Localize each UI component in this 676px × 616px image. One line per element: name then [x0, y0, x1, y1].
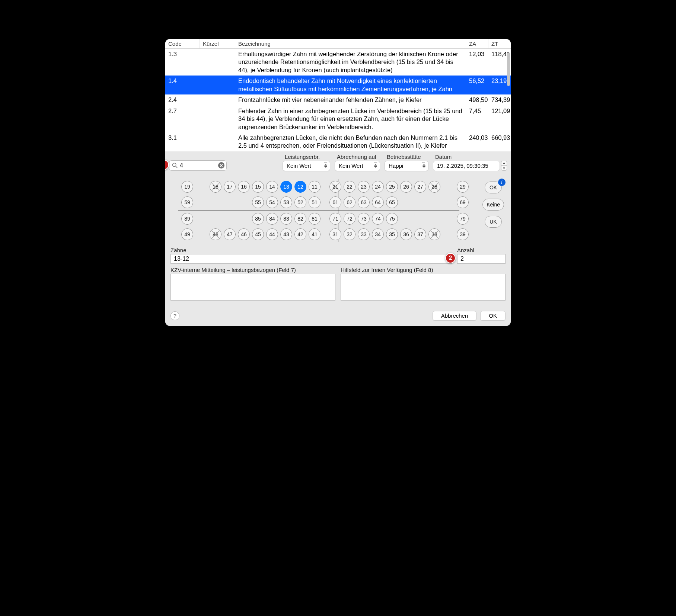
datum-step-down[interactable]: ▼ [501, 166, 507, 171]
table-row[interactable]: 3.1Alle zahnbegrenzten Lücken, die nicht… [165, 132, 511, 151]
betriebsstaette-select[interactable]: Happi [385, 161, 428, 171]
tooth-71[interactable]: 71 [329, 213, 341, 225]
tooth-84[interactable]: 84 [266, 213, 278, 225]
tooth-35[interactable]: 35 [386, 228, 398, 240]
datum-step-up[interactable]: ▲ [501, 161, 507, 166]
tooth-34[interactable]: 34 [372, 228, 384, 240]
leistungserbr-label: Leistungserbr. [283, 154, 330, 160]
table-row[interactable]: 1.3Erhaltungswürdiger Zahn mit weitgehen… [165, 49, 511, 76]
tooth-38[interactable]: 38 [428, 228, 440, 240]
zaehne-input[interactable] [170, 254, 452, 264]
tooth-36[interactable]: 36 [400, 228, 412, 240]
tooth-21[interactable]: 21 [329, 181, 341, 193]
tooth-13[interactable]: 13 [280, 181, 292, 193]
tooth-48[interactable]: 48 [210, 228, 221, 240]
abrechnung-label: Abrechnung auf [335, 154, 380, 160]
col-header-bezeichnung[interactable]: Bezeichnung [235, 39, 466, 48]
tooth-45[interactable]: 45 [252, 228, 264, 240]
tooth-28[interactable]: 28 [428, 181, 440, 193]
leistungserbr-select[interactable]: Kein Wert [283, 161, 330, 171]
tooth-46[interactable]: 46 [238, 228, 250, 240]
tooth-12[interactable]: 12 [294, 181, 306, 193]
cancel-button[interactable]: Abbrechen [433, 311, 477, 321]
tooth-89[interactable]: 89 [181, 213, 193, 225]
tooth-61[interactable]: 61 [329, 196, 341, 208]
table-row[interactable]: 1.4Endodontisch behandelter Zahn mit Not… [165, 76, 511, 94]
tooth-25[interactable]: 25 [386, 181, 398, 193]
info-icon[interactable]: i [498, 179, 506, 186]
quadrant-1: 191817161514131211 595554535251 [172, 179, 325, 211]
tooth-37[interactable]: 37 [414, 228, 426, 240]
svg-point-0 [172, 163, 176, 166]
tooth-47[interactable]: 47 [224, 228, 236, 240]
tooth-33[interactable]: 33 [358, 228, 370, 240]
tooth-23[interactable]: 23 [358, 181, 370, 193]
dialog-window: Code Kürzel Bezeichnung ZA ZT 1.3Erhaltu… [165, 39, 511, 326]
tooth-54[interactable]: 54 [266, 196, 278, 208]
tooth-31[interactable]: 31 [329, 228, 341, 240]
table-row[interactable]: 2.7Fehlender Zahn in einer zahnbegrenzte… [165, 106, 511, 132]
tooth-73[interactable]: 73 [358, 213, 370, 225]
tooth-49[interactable]: 49 [181, 228, 193, 240]
tooth-52[interactable]: 52 [294, 196, 306, 208]
tooth-11[interactable]: 11 [309, 181, 321, 193]
tooth-19[interactable]: 19 [181, 181, 193, 193]
annotation-2: 2 [445, 253, 456, 263]
tooth-26[interactable]: 26 [400, 181, 412, 193]
search-wrap [169, 160, 227, 171]
tooth-39[interactable]: 39 [457, 228, 469, 240]
tooth-44[interactable]: 44 [266, 228, 278, 240]
abrechnung-select[interactable]: Kein Wert [335, 161, 380, 171]
tooth-32[interactable]: 32 [344, 228, 355, 240]
ok-button[interactable]: OK [480, 311, 506, 321]
tooth-81[interactable]: 81 [309, 213, 321, 225]
tooth-53[interactable]: 53 [280, 196, 292, 208]
tooth-29[interactable]: 29 [457, 181, 469, 193]
tooth-65[interactable]: 65 [386, 196, 398, 208]
tooth-64[interactable]: 64 [372, 196, 384, 208]
col-header-za[interactable]: ZA [466, 39, 488, 48]
help-button[interactable]: ? [170, 311, 179, 320]
tooth-55[interactable]: 55 [252, 196, 264, 208]
datum-stepper: ▲ ▼ [501, 161, 507, 171]
tooth-83[interactable]: 83 [280, 213, 292, 225]
feld7-textarea[interactable] [170, 274, 335, 301]
tooth-72[interactable]: 72 [344, 213, 355, 225]
tooth-74[interactable]: 74 [372, 213, 384, 225]
tooth-75[interactable]: 75 [386, 213, 398, 225]
table-body[interactable]: 1.3Erhaltungswürdiger Zahn mit weitgehen… [165, 49, 511, 151]
col-header-zt[interactable]: ZT [488, 39, 511, 48]
tooth-27[interactable]: 27 [414, 181, 426, 193]
tooth-14[interactable]: 14 [266, 181, 278, 193]
table-header: Code Kürzel Bezeichnung ZA ZT [165, 39, 511, 49]
clear-icon[interactable] [218, 162, 224, 169]
tooth-63[interactable]: 63 [358, 196, 370, 208]
col-header-kuerzel[interactable]: Kürzel [200, 39, 235, 48]
tooth-15[interactable]: 15 [252, 181, 264, 193]
tooth-69[interactable]: 69 [457, 196, 469, 208]
table-row[interactable]: 2.4Frontzahnlücke mit vier nebeneinander… [165, 94, 511, 105]
tooth-16[interactable]: 16 [238, 181, 250, 193]
tooth-42[interactable]: 42 [294, 228, 306, 240]
zaehne-label: Zähne [170, 247, 452, 253]
tooth-82[interactable]: 82 [294, 213, 306, 225]
uk-jaw-button[interactable]: UK [485, 216, 502, 228]
feld8-textarea[interactable] [341, 274, 506, 301]
datum-input[interactable]: 19. 2.2025, 09:30:35 [433, 161, 500, 171]
tooth-51[interactable]: 51 [309, 196, 321, 208]
tooth-17[interactable]: 17 [224, 181, 236, 193]
tooth-79[interactable]: 79 [457, 213, 469, 225]
scrollbar[interactable] [507, 52, 510, 86]
tooth-41[interactable]: 41 [309, 228, 321, 240]
anzahl-input[interactable] [457, 254, 506, 264]
tooth-59[interactable]: 59 [181, 196, 193, 208]
tooth-24[interactable]: 24 [372, 181, 384, 193]
tooth-62[interactable]: 62 [344, 196, 355, 208]
tooth-85[interactable]: 85 [252, 213, 264, 225]
keine-button[interactable]: Keine [482, 199, 504, 211]
tooth-22[interactable]: 22 [344, 181, 355, 193]
tooth-43[interactable]: 43 [280, 228, 292, 240]
col-header-code[interactable]: Code [165, 39, 200, 48]
datum-label: Datum [433, 154, 507, 160]
tooth-18[interactable]: 18 [210, 181, 221, 193]
